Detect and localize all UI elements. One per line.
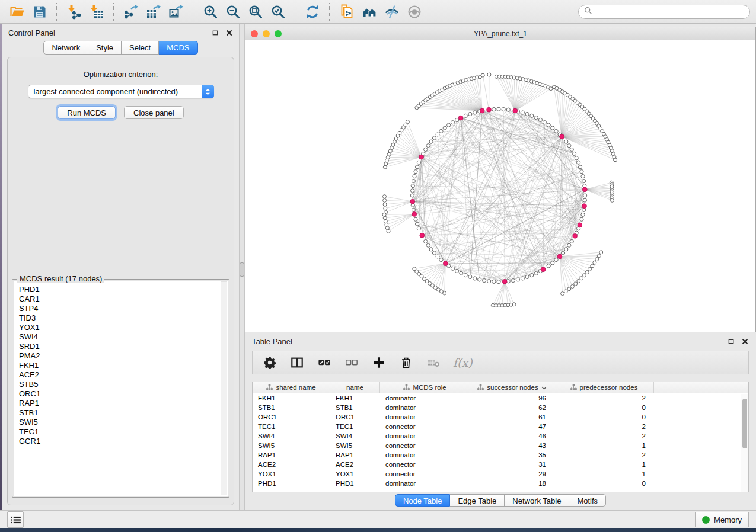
tab-edge-table[interactable]: Edge Table — [450, 494, 505, 507]
search-box[interactable] — [578, 5, 750, 19]
column-header-shared-name[interactable]: shared name — [253, 382, 330, 393]
delete-selected-rows-button[interactable] — [398, 355, 414, 370]
column-header-predecessor-nodes[interactable]: predecessor nodes — [554, 382, 654, 393]
save-session-button[interactable] — [30, 2, 49, 21]
table-row[interactable]: RAP1RAP1dominator352 — [253, 450, 748, 460]
search-input[interactable] — [595, 7, 744, 17]
tree-icon — [403, 384, 410, 392]
cell-shared-name: PHD1 — [253, 480, 330, 487]
mcds-result-item[interactable]: TEC1 — [14, 427, 228, 437]
mcds-result-item[interactable]: RAP1 — [14, 399, 228, 408]
export-table-icon — [146, 4, 161, 20]
column-header-successor-nodes[interactable]: successor nodes — [470, 382, 554, 393]
cell-shared-name: RAP1 — [253, 451, 330, 459]
optimization-criterion-select[interactable]: largest connected component (undirected) — [28, 85, 214, 98]
export-image-button[interactable] — [167, 2, 186, 21]
toolbar-separator — [295, 3, 296, 21]
table-row[interactable]: ACE2ACE2connector311 — [253, 460, 748, 469]
chevron-down-icon[interactable] — [541, 384, 547, 391]
show-graphics-details-button[interactable] — [405, 2, 424, 21]
zoom-fit-button[interactable] — [246, 2, 265, 21]
float-table-panel-button[interactable] — [727, 338, 735, 346]
tab-mcds[interactable]: MCDS — [159, 41, 197, 55]
table-row[interactable]: SWI4SWI4dominator462 — [253, 431, 748, 441]
open-session-button[interactable] — [8, 2, 27, 21]
zoom-selected-button[interactable] — [269, 2, 288, 21]
mcds-result-item[interactable]: TID3 — [14, 313, 228, 323]
apply-layout-button[interactable] — [303, 2, 322, 21]
mcds-result-item[interactable]: SWI4 — [14, 332, 228, 342]
tab-style[interactable]: Style — [88, 41, 122, 55]
add-row-button[interactable] — [371, 355, 387, 370]
import-table-button[interactable] — [87, 2, 106, 21]
table-scrollbar-thumb[interactable] — [742, 399, 747, 448]
cell-MCDS-role: connector — [380, 442, 470, 449]
mcds-result-item[interactable]: ACE2 — [14, 370, 228, 380]
table-scrollbar[interactable] — [741, 394, 748, 492]
mcds-result-item[interactable]: STB1 — [14, 408, 228, 418]
mcds-result-item[interactable]: PMA2 — [14, 351, 228, 361]
tab-motifs[interactable]: Motifs — [569, 494, 606, 507]
network-canvas[interactable] — [245, 40, 755, 332]
mcds-result-item[interactable]: STB5 — [14, 380, 228, 389]
mcds-result-item[interactable]: CAR1 — [14, 294, 228, 304]
minimize-window-button[interactable] — [263, 30, 270, 37]
column-header-MCDS-role[interactable]: MCDS role — [380, 382, 470, 393]
column-header-name[interactable]: name — [330, 382, 380, 393]
table-row[interactable]: PHD1PHD1dominator180 — [253, 479, 748, 488]
toggle-column-panel-button[interactable] — [289, 355, 305, 370]
mcds-result-item[interactable]: SRD1 — [14, 342, 228, 351]
export-table-button[interactable] — [144, 2, 163, 21]
tab-select[interactable]: Select — [122, 41, 159, 55]
function-builder-button: f(x) — [453, 357, 473, 368]
table-row[interactable]: TEC1TEC1connector472 — [253, 422, 748, 431]
mcds-result-item[interactable]: YOX1 — [14, 323, 228, 332]
table-row[interactable]: SWI5SWI5connector431 — [253, 441, 748, 450]
table-row[interactable]: YOX1YOX1connector291 — [253, 469, 748, 479]
tab-node-table[interactable]: Node Table — [395, 494, 451, 507]
tab-network-table[interactable]: Network Table — [505, 494, 569, 507]
table-row[interactable]: STB1STB1dominator620 — [253, 403, 748, 412]
task-history-button[interactable] — [7, 511, 24, 528]
mcds-result-item[interactable]: STP4 — [14, 304, 228, 313]
cell-MCDS-role: dominator — [380, 404, 470, 411]
list-scrollbar[interactable] — [221, 281, 227, 495]
unselect-all-rows-button[interactable] — [344, 355, 359, 370]
mcds-result-item[interactable]: SWI5 — [14, 418, 228, 427]
memory-button[interactable]: Memory — [695, 512, 749, 527]
mcds-result-item[interactable]: PHD1 — [14, 285, 228, 294]
float-control-panel-button[interactable] — [211, 28, 219, 37]
share-network-button[interactable] — [337, 2, 356, 21]
splitter-handle[interactable] — [240, 262, 244, 277]
close-control-panel-button[interactable] — [225, 28, 233, 37]
close-panel-button[interactable]: Close panel — [124, 106, 184, 119]
network-view-window: YPA_prune.txt_1 — [245, 27, 756, 332]
zoom-out-button[interactable] — [224, 2, 243, 21]
close-window-button[interactable] — [251, 30, 258, 37]
zoom-window-button[interactable] — [275, 30, 282, 37]
import-network-button[interactable] — [65, 2, 84, 21]
mcds-result-list[interactable]: PHD1CAR1STP4TID3YOX1SWI4SRD1PMA2FKH1ACE2… — [14, 281, 228, 496]
control-panel-title: Control Panel — [8, 28, 55, 37]
open-cloud-button[interactable] — [360, 2, 379, 21]
run-mcds-button[interactable]: Run MCDS — [58, 106, 116, 119]
tab-network[interactable]: Network — [43, 41, 88, 55]
cell-name: YOX1 — [330, 470, 380, 477]
cell-MCDS-role: connector — [380, 470, 470, 477]
mcds-result-item[interactable]: GCR1 — [14, 437, 228, 446]
table-row[interactable]: FKH1FKH1dominator962 — [253, 393, 748, 403]
export-network-button[interactable] — [122, 2, 141, 21]
hide-graphics-details-button[interactable] — [382, 2, 401, 21]
table-settings-button[interactable] — [262, 355, 277, 370]
close-table-panel-button[interactable] — [741, 338, 749, 346]
toolbar-separator — [329, 3, 330, 21]
network-graph[interactable] — [245, 40, 755, 332]
tree-icon — [266, 384, 273, 392]
select-all-rows-button[interactable] — [317, 355, 332, 370]
table-row[interactable]: ORC1ORC1dominator610 — [253, 412, 748, 422]
mcds-result-item[interactable]: FKH1 — [14, 361, 228, 370]
panel-splitter[interactable] — [239, 24, 245, 510]
cell-predecessor-nodes: 1 — [554, 442, 654, 449]
mcds-result-item[interactable]: ORC1 — [14, 389, 228, 399]
zoom-in-button[interactable] — [201, 2, 220, 21]
